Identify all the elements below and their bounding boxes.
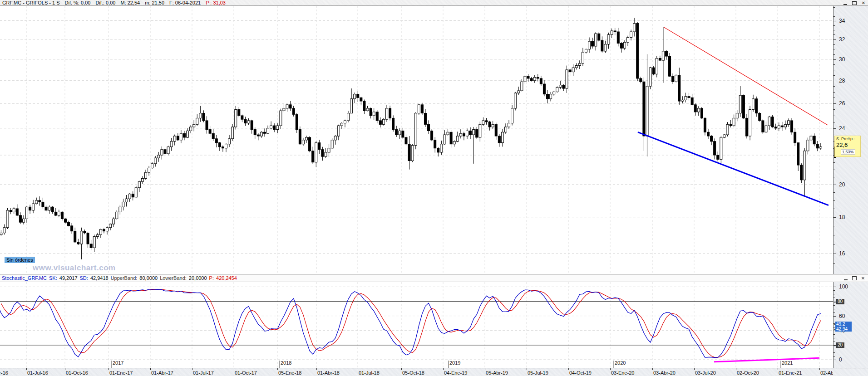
price-tick xyxy=(833,7,835,8)
date-label: 01-Abr-16 xyxy=(0,370,8,376)
year-label: 2018 xyxy=(281,360,291,366)
stoch-axis-label: 100 xyxy=(839,283,848,290)
date-tick xyxy=(192,368,192,370)
year-label: 2017 xyxy=(113,360,123,366)
indicator-minimize-button[interactable] xyxy=(843,276,848,281)
date-axis[interactable]: 01-Abr-1601-Jul-1601-Oct-1601-Ene-1701-A… xyxy=(0,368,868,376)
stoch-header-field: 49,2017 xyxy=(59,275,78,281)
date-label: 01-Ene-17 xyxy=(109,370,133,376)
indicator-maximize-button[interactable] xyxy=(852,276,857,281)
price-chart-canvas[interactable] xyxy=(0,6,833,274)
date-label: 03-Abr-20 xyxy=(653,370,676,376)
candles-layer xyxy=(0,18,822,259)
stoch-tick xyxy=(833,334,835,335)
price-tick xyxy=(833,44,835,45)
price-tick xyxy=(833,59,836,60)
year-label: 2019 xyxy=(449,360,460,366)
price-tick xyxy=(833,263,835,264)
indicator-close-button[interactable]: ✕ xyxy=(860,276,866,281)
close-button[interactable]: ✕ xyxy=(861,0,866,5)
price-tick xyxy=(833,244,835,244)
stoch-header-field: 80,0000 xyxy=(139,275,158,281)
price-axis-label: 28 xyxy=(839,78,845,84)
stoch-header-field: UpperBand: xyxy=(111,275,138,281)
price-tick xyxy=(833,185,836,185)
price-tick xyxy=(833,30,835,30)
price-tick xyxy=(833,54,835,55)
price-tick xyxy=(833,81,836,81)
stochastic-header: Stochastic_GRF.MCSK:49,2017SD:42,9418Upp… xyxy=(0,274,868,282)
date-label: 01-Abr-17 xyxy=(151,370,173,376)
price-axis-label: 32 xyxy=(839,36,845,43)
title-fields: Dif. %: 0,00Dif.: 0,00M: 22,54m: 21,50F:… xyxy=(60,0,201,5)
title-field: Dif. %: 0,00 xyxy=(65,0,91,5)
date-tick xyxy=(652,368,653,370)
date-tick xyxy=(401,368,402,370)
sk-value-tag: 49,2 xyxy=(835,322,852,327)
date-label: 04-Oct-19 xyxy=(569,370,592,376)
date-tick xyxy=(778,368,778,370)
preap-price: 22,6 xyxy=(836,142,859,148)
maximize-icon xyxy=(852,1,857,5)
price-axis-label: 16 xyxy=(839,250,845,257)
date-label: 02-Abr-21 xyxy=(820,370,833,376)
price-axis-label: 18 xyxy=(839,214,845,220)
date-label: 01-Jul-18 xyxy=(359,370,380,376)
sd-line xyxy=(1,289,820,357)
stoch-axis-label: 60 xyxy=(839,313,845,319)
minimize-icon xyxy=(844,279,848,280)
date-tick xyxy=(108,368,109,370)
date-label: 04-Ene-19 xyxy=(444,370,467,376)
date-tick xyxy=(358,368,358,370)
date-label: 01-Jul-17 xyxy=(193,370,214,376)
date-label: 05-Jul-19 xyxy=(528,370,548,376)
date-tick xyxy=(316,368,317,370)
price-tick xyxy=(833,25,835,26)
stoch-tick xyxy=(833,313,835,313)
price-axis-label: 34 xyxy=(839,18,845,24)
stoch-axis-label: 0 xyxy=(839,356,842,363)
stoch-header-field: SK: xyxy=(49,275,57,281)
stoch-tick xyxy=(833,294,835,294)
stoch-tick xyxy=(833,338,835,338)
title-instrument: GRF.MC - GRIFOLS - 1 S xyxy=(2,0,60,5)
stochastic-canvas[interactable] xyxy=(0,282,833,368)
price-tick xyxy=(833,226,835,226)
maximize-button[interactable] xyxy=(852,0,857,5)
window-controls: ✕ xyxy=(843,0,866,6)
price-tick xyxy=(833,109,835,110)
price-tick xyxy=(833,116,835,116)
no-orders-badge[interactable]: Sin órdenes xyxy=(5,257,35,263)
price-tick xyxy=(833,34,835,35)
date-label: 01-Oct-17 xyxy=(235,370,257,376)
price-tick xyxy=(833,21,836,21)
price-axis-label: 20 xyxy=(839,181,845,188)
close-icon: ✕ xyxy=(862,1,865,5)
stoch-tick xyxy=(833,320,835,320)
stochastic-header-fields: Stochastic_GRF.MCSK:49,2017SD:42,9418Upp… xyxy=(2,275,239,281)
price-axis-label: 26 xyxy=(839,100,845,107)
stochastic-pane[interactable]: 20172018201920202021 xyxy=(0,282,833,368)
price-tick xyxy=(833,135,835,135)
preap-title: S. PreAp.: xyxy=(836,137,859,141)
stochastic-axis[interactable]: 10080←604020←049,242,94←← xyxy=(833,282,868,368)
maximize-icon xyxy=(852,276,857,280)
date-tick xyxy=(610,368,611,370)
price-tick xyxy=(833,12,835,12)
date-axis-labels: 01-Abr-1601-Jul-1601-Oct-1601-Ene-1701-A… xyxy=(0,368,833,376)
price-axis[interactable]: S. PreAp.: 22,6 1,53% 343230282624222018… xyxy=(833,6,868,274)
date-tick xyxy=(694,368,695,370)
date-tick xyxy=(527,368,527,370)
date-label: 01-Jul-16 xyxy=(27,370,48,376)
date-label: 05-Oct-18 xyxy=(402,370,424,376)
date-label: 03-Jul-20 xyxy=(695,370,716,376)
minimize-button[interactable] xyxy=(843,0,848,5)
price-chart-pane[interactable]: Sin órdenes www.visualchart.com xyxy=(0,6,833,274)
date-label: 02-Oct-20 xyxy=(737,370,759,376)
chart-titlebar: GRF.MC - GRIFOLS - 1 S Dif. %: 0,00Dif.:… xyxy=(0,0,868,6)
indicator-window-controls: ✕ xyxy=(843,274,866,282)
year-label: 2020 xyxy=(615,360,626,366)
title-field: m: 21,50 xyxy=(145,0,164,5)
stoch-header-field: Stochastic_GRF.MC xyxy=(2,275,47,281)
stoch-tick xyxy=(833,316,836,317)
